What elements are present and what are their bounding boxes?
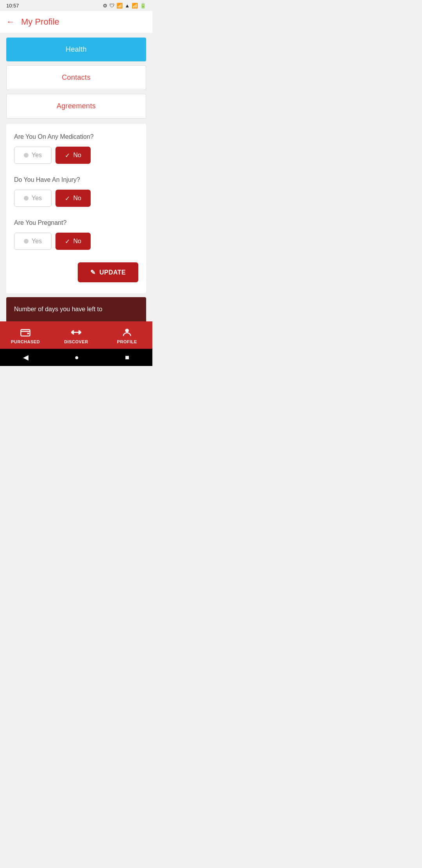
medication-no-label: No xyxy=(73,152,81,159)
pregnant-no-button[interactable]: ✓ No xyxy=(55,233,91,250)
shield-icon: 🛡 xyxy=(109,3,114,9)
battery-icon: 🔋 xyxy=(140,3,146,9)
svg-rect-7 xyxy=(73,330,74,335)
top-bar: ← My Profile xyxy=(0,11,152,33)
sys-recent-button[interactable]: ■ xyxy=(125,353,129,362)
bottom-teaser-text: Number of days you have left to xyxy=(14,306,102,312)
question-injury-label: Do You Have An Injury? xyxy=(14,176,138,183)
nav-purchased-label: PURCHASED xyxy=(11,339,40,344)
settings-icon: ⚙ xyxy=(103,3,107,9)
wifi-icon: ▲ xyxy=(125,3,130,9)
yes-dot-pregnant xyxy=(24,239,29,244)
nav-discover-label: DISCOVER xyxy=(64,339,88,344)
svg-rect-1 xyxy=(27,333,29,334)
medication-yes-button[interactable]: Yes xyxy=(14,147,52,164)
bottom-teaser: Number of days you have left to xyxy=(6,297,146,321)
svg-rect-5 xyxy=(79,330,80,334)
update-row: ✎ UPDATE xyxy=(14,262,138,282)
wallet-icon xyxy=(20,327,31,338)
question-medication-label: Are You On Any Medication? xyxy=(14,133,138,140)
pregnant-yes-button[interactable]: Yes xyxy=(14,233,52,250)
svg-rect-4 xyxy=(72,330,73,334)
medication-yes-label: Yes xyxy=(32,152,42,159)
injury-yes-label: Yes xyxy=(32,195,42,202)
nav-discover[interactable]: DISCOVER xyxy=(51,321,102,349)
toggle-row-pregnant: Yes ✓ No xyxy=(14,233,138,250)
toggle-row-injury: Yes ✓ No xyxy=(14,190,138,207)
content-area: Health Contacts Agreements Are You On An… xyxy=(0,33,152,321)
sys-back-button[interactable]: ◀ xyxy=(23,353,29,362)
nav-profile-label: PROFILE xyxy=(117,339,137,344)
no-checkmark-injury: ✓ xyxy=(65,195,70,202)
pregnant-no-label: No xyxy=(73,238,81,245)
nav-profile[interactable]: PROFILE xyxy=(102,321,152,349)
update-label: UPDATE xyxy=(99,269,126,276)
back-button[interactable]: ← xyxy=(6,17,15,27)
person-icon xyxy=(122,327,132,338)
medication-no-button[interactable]: ✓ No xyxy=(55,147,91,164)
toggle-row-medication: Yes ✓ No xyxy=(14,147,138,164)
injury-no-button[interactable]: ✓ No xyxy=(55,190,91,207)
tab-contacts[interactable]: Contacts xyxy=(6,65,146,90)
yes-dot xyxy=(24,153,29,158)
question-injury: Do You Have An Injury? Yes ✓ No xyxy=(14,176,138,207)
svg-rect-6 xyxy=(73,332,79,333)
no-checkmark-pregnant: ✓ xyxy=(65,238,70,245)
signal-icon: 📶 xyxy=(132,3,138,9)
status-icons: ⚙ 🛡 📶 ▲ 📶 🔋 xyxy=(103,3,146,9)
status-bar: 10:57 ⚙ 🛡 📶 ▲ 📶 🔋 xyxy=(0,0,152,11)
bottom-nav: PURCHASED DISCOVER PROFILE xyxy=(0,321,152,349)
no-checkmark: ✓ xyxy=(65,152,70,159)
svg-rect-8 xyxy=(79,330,79,335)
health-form-card: Are You On Any Medication? Yes ✓ No Do Y… xyxy=(6,124,146,293)
tab-health[interactable]: Health xyxy=(6,38,146,61)
svg-rect-0 xyxy=(21,330,30,336)
tab-agreements[interactable]: Agreements xyxy=(6,94,146,118)
injury-yes-button[interactable]: Yes xyxy=(14,190,52,207)
question-pregnant: Are You Pregnant? Yes ✓ No xyxy=(14,219,138,250)
svg-point-9 xyxy=(125,329,129,332)
dumbbell-icon xyxy=(71,327,82,338)
page-title: My Profile xyxy=(21,17,59,27)
yes-dot-injury xyxy=(24,196,29,201)
status-time: 10:57 xyxy=(6,3,19,9)
pregnant-yes-label: Yes xyxy=(32,238,42,245)
update-button[interactable]: ✎ UPDATE xyxy=(78,262,138,282)
question-medication: Are You On Any Medication? Yes ✓ No xyxy=(14,133,138,164)
pencil-icon: ✎ xyxy=(90,269,96,276)
question-pregnant-label: Are You Pregnant? xyxy=(14,219,138,226)
sim-icon: 📶 xyxy=(116,3,123,9)
injury-no-label: No xyxy=(73,195,81,202)
sys-home-button[interactable]: ● xyxy=(75,353,79,362)
nav-purchased[interactable]: PURCHASED xyxy=(0,321,51,349)
system-nav-bar: ◀ ● ■ xyxy=(0,349,152,366)
